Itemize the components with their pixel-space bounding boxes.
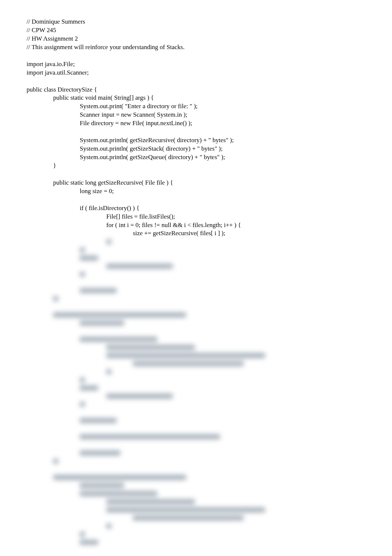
- code-line: System.out.print( "Enter a directory or …: [27, 102, 365, 111]
- comment-line: // CPW 245: [27, 26, 365, 35]
- comment-line: // This assignment will reinforce your u…: [27, 43, 365, 52]
- code-line: System.out.println( getSizeQueue( direct…: [27, 153, 365, 162]
- import-line: import java.util.Scanner;: [27, 69, 365, 77]
- code-line: size += getSizeRecursive( files[ i ] );: [27, 229, 365, 238]
- code-page: // Dominique Summers // CPW 245 // HW As…: [0, 0, 392, 556]
- code-line: long size = 0;: [27, 187, 365, 196]
- code-line: if ( file.isDirectory() ) {: [27, 204, 365, 213]
- comment-line: // Dominique Summers: [27, 18, 365, 26]
- blank-line: [27, 128, 365, 136]
- obscured-content: [27, 238, 365, 546]
- code-line: for ( int i = 0; files != null && i < fi…: [27, 221, 365, 230]
- blank-line: [27, 52, 365, 60]
- code-line: File[] files = file.listFiles();: [27, 213, 365, 221]
- close-brace: }: [27, 162, 365, 170]
- code-line: Scanner input = new Scanner( System.in )…: [27, 111, 365, 119]
- code-line: System.out.println( getSizeRecursive( di…: [27, 136, 365, 145]
- code-line: System.out.println( getSizeStack( direct…: [27, 145, 365, 153]
- blank-line: [27, 77, 365, 86]
- class-declaration: public class DirectorySize {: [27, 86, 365, 94]
- blank-line: [27, 196, 365, 204]
- comment-line: // HW Assignment 2: [27, 35, 365, 43]
- blank-line: [27, 170, 365, 179]
- method-signature-recursive: public static long getSizeRecursive( Fil…: [27, 179, 365, 187]
- method-signature-main: public static void main( String[] args )…: [27, 94, 365, 102]
- import-line: import java.io.File;: [27, 60, 365, 69]
- code-line: File directory = new File( input.nextLin…: [27, 119, 365, 128]
